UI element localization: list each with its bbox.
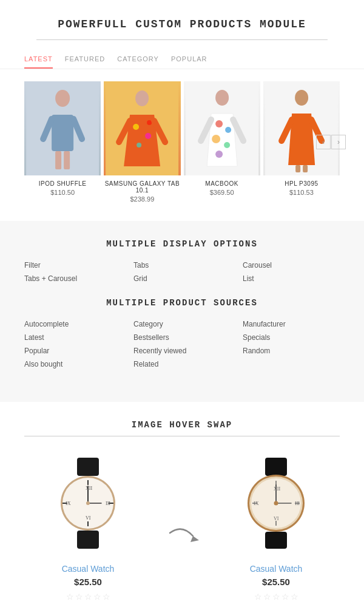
svg-text:IX: IX <box>254 501 259 506</box>
svg-point-10 <box>133 124 139 130</box>
tab-featured[interactable]: FEATURED <box>65 55 105 69</box>
carousel-next-button[interactable]: › <box>331 135 346 149</box>
display-options-section: MULTIPLE DISPLAY OPTIONS Filter Tabs Car… <box>0 221 364 402</box>
svg-point-19 <box>215 120 223 127</box>
source-latest: Latest <box>24 333 121 342</box>
hover-title: IMAGE HOVER SWAP <box>24 420 340 430</box>
product-name-3: MACBOOK <box>184 180 260 187</box>
svg-text:VI: VI <box>86 515 91 521</box>
svg-point-21 <box>212 135 220 143</box>
product-price-3: $369.50 <box>184 189 260 196</box>
product-sources-title: MULTIPLE PRODUCT SOURCES <box>24 298 340 308</box>
product-image-2 <box>104 81 180 175</box>
product-sources-grid: Autocomplete Category Manufacturer Lates… <box>24 320 340 368</box>
source-popular: Popular <box>24 347 121 355</box>
product-name-2: SAMSUNG GALAXY TAB 10.1 <box>104 180 180 194</box>
hover-arrow <box>158 521 206 557</box>
watch-stars-1: ☆ ☆ ☆ ☆ ☆ <box>24 592 152 602</box>
svg-point-27 <box>295 90 308 106</box>
svg-rect-63 <box>265 532 287 549</box>
svg-rect-5 <box>55 151 61 169</box>
product-price-4: $110.53 <box>263 189 340 196</box>
svg-rect-33 <box>77 458 99 476</box>
svg-text:III: III <box>295 501 300 506</box>
option-filter: Filter <box>24 261 121 270</box>
display-options-title: MULTIPLE DISPLAY OPTIONS <box>24 239 340 249</box>
svg-rect-31 <box>295 165 300 172</box>
watch-image-2: XII VI III IX <box>212 452 340 555</box>
tabs-bar: LATEST FEATURED CATEGORY POPULAR <box>0 46 364 69</box>
option-tabs: Tabs <box>133 261 231 270</box>
source-category: Category <box>133 320 231 328</box>
watch-stars-2: ☆ ☆ ☆ ☆ ☆ <box>212 592 340 602</box>
svg-rect-47 <box>77 531 99 549</box>
svg-text:XII: XII <box>86 486 92 491</box>
watch-name-1: Casual Watch <box>24 564 152 574</box>
svg-point-23 <box>215 151 223 158</box>
watch-price-2: $25.50 <box>212 577 340 587</box>
hover-section: IMAGE HOVER SWAP XII VI <box>0 408 364 607</box>
svg-point-11 <box>145 133 151 139</box>
svg-point-12 <box>136 143 141 148</box>
svg-text:VI: VI <box>274 516 279 521</box>
source-specials: Specials <box>243 333 340 342</box>
source-autocomplete: Autocomplete <box>24 320 121 328</box>
option-list: List <box>243 274 340 283</box>
option-carousel: Carousel <box>243 261 340 270</box>
svg-rect-2 <box>52 115 73 151</box>
display-options-grid: Filter Tabs Carousel Tabs + Carousel Gri… <box>24 261 340 283</box>
watch-image-1: XII VI III IX <box>24 452 152 555</box>
option-tabs-carousel: Tabs + Carousel <box>24 274 121 283</box>
product-image-3 <box>184 81 260 175</box>
source-random: Random <box>243 347 340 355</box>
product-image-1 <box>24 81 101 175</box>
option-grid: Grid <box>133 274 231 283</box>
product-card-1[interactable]: IPOD SHUFFLE $110.50 <box>24 81 101 203</box>
page-header: POWERFULL CUSTOM PRODUCTS MODULE <box>0 0 364 46</box>
watch-demo: XII VI III IX Casual Watch $25.50 ☆ ☆ <box>24 452 340 607</box>
product-price-1: $110.50 <box>24 189 101 196</box>
svg-point-62 <box>274 501 278 506</box>
product-name-4: HPL P3095 <box>263 180 340 187</box>
svg-text:IX: IX <box>66 501 71 506</box>
watch-card-1[interactable]: XII VI III IX Casual Watch $25.50 ☆ ☆ <box>24 452 152 607</box>
svg-rect-32 <box>303 165 308 172</box>
tab-popular[interactable]: POPULAR <box>171 55 207 69</box>
svg-rect-6 <box>64 151 70 169</box>
watch-name-2: Casual Watch <box>212 564 340 574</box>
svg-text:III: III <box>106 501 110 506</box>
product-carousel: IPOD SHUFFLE $110.50 SAMSUNG GALAXY <box>0 69 364 215</box>
header-divider <box>36 39 328 40</box>
svg-point-46 <box>86 501 90 505</box>
svg-point-8 <box>135 90 149 106</box>
tab-latest[interactable]: LATEST <box>24 55 53 69</box>
product-card-2[interactable]: SAMSUNG GALAXY TAB 10.1 $238.99 <box>104 81 180 203</box>
svg-point-13 <box>147 120 152 125</box>
watch-card-2[interactable]: XII VI III IX Casual Watch $25.50 ☆ ☆ <box>212 452 340 607</box>
product-card-3[interactable]: MACBOOK $369.50 <box>184 81 260 203</box>
source-bestsellers: Bestsellers <box>133 333 231 342</box>
svg-point-22 <box>224 142 230 148</box>
source-related: Related <box>133 360 231 368</box>
product-image-4 <box>263 81 340 175</box>
source-manufacturer: Manufacturer <box>243 320 340 328</box>
svg-point-20 <box>225 127 231 133</box>
hover-divider <box>24 436 340 436</box>
product-name-1: IPOD SHUFFLE <box>24 180 101 187</box>
product-price-2: $238.99 <box>104 195 180 203</box>
watch-price-1: $25.50 <box>24 577 152 587</box>
svg-text:XII: XII <box>274 486 280 492</box>
carousel-prev-button[interactable]: ‹ <box>316 135 331 149</box>
svg-rect-48 <box>265 458 287 476</box>
source-recently-viewed: Recently viewed <box>133 347 231 355</box>
svg-point-1 <box>55 90 70 107</box>
product-list: IPOD SHUFFLE $110.50 SAMSUNG GALAXY <box>24 81 340 203</box>
page-title: POWERFULL CUSTOM PRODUCTS MODULE <box>12 18 352 30</box>
source-also-bought: Also bought <box>24 360 121 368</box>
tab-category[interactable]: CATEGORY <box>117 55 159 69</box>
svg-point-17 <box>215 90 229 106</box>
